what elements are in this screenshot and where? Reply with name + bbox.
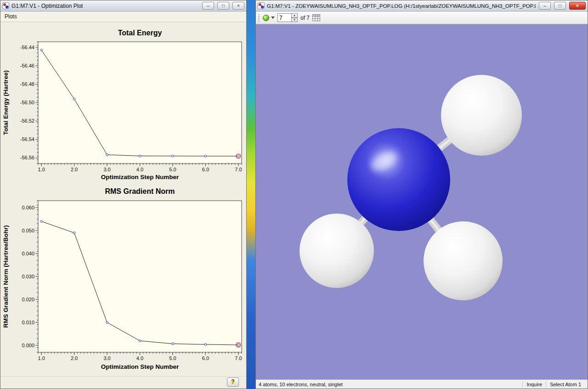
nitrogen-atom[interactable] xyxy=(347,128,450,231)
hydrogen-atom[interactable] xyxy=(441,75,522,156)
active-model-icon[interactable] xyxy=(263,15,269,21)
close-button[interactable]: × xyxy=(569,2,586,10)
svg-text:Optimization Step Number: Optimization Step Number xyxy=(101,174,179,180)
close-button[interactable]: × xyxy=(232,2,244,10)
svg-text:Total Energy (Hartree): Total Energy (Hartree) xyxy=(2,70,9,135)
frame-spinner: ▲ ▼ xyxy=(277,13,298,22)
svg-text:0.030: 0.030 xyxy=(22,274,34,279)
molecule-view-window: G1:M7:V1 - ZOEYWAISUMLUNG_NH3_OPTF_POP.L… xyxy=(255,0,588,389)
svg-text:6.0: 6.0 xyxy=(202,355,209,361)
svg-text:6.0: 6.0 xyxy=(202,167,209,172)
gaussview-icon xyxy=(258,2,265,9)
rms-gradient-norm-chart: 1.02.03.04.05.06.07.00.0000.0100.0200.03… xyxy=(0,184,246,377)
svg-text:0.060: 0.060 xyxy=(22,205,34,210)
left-window-title: G1:M7:V1 - Optimization Plot xyxy=(11,3,199,9)
help-button[interactable]: ? xyxy=(227,378,239,387)
hydrogen-atom[interactable] xyxy=(300,214,374,288)
svg-text:0.050: 0.050 xyxy=(22,228,34,233)
minimize-button[interactable]: – xyxy=(539,2,551,10)
svg-text:-56.44: -56.44 xyxy=(20,45,34,50)
optimization-plot-window: G1:M7:V1 - Optimization Plot – □ × Plots… xyxy=(0,0,247,389)
svg-text:RMS Gradient Norm (Hartree/Boh: RMS Gradient Norm (Hartree/Bohr) xyxy=(2,225,9,328)
svg-text:1.0: 1.0 xyxy=(38,355,45,361)
svg-text:0.040: 0.040 xyxy=(22,251,34,256)
svg-text:3.0: 3.0 xyxy=(103,355,110,361)
svg-text:1.0: 1.0 xyxy=(38,167,45,172)
minimize-button[interactable]: – xyxy=(202,2,214,10)
left-bottombar: ? xyxy=(0,376,246,389)
frame-toolbar: ▲ ▼ of 7 xyxy=(256,11,588,24)
maximize-button[interactable]: □ xyxy=(554,2,566,10)
left-menubar: Plots xyxy=(0,11,246,22)
right-window-title: G1:M7:V1 - ZOEYWAISUMLUNG_NH3_OPTF_POP.L… xyxy=(267,3,536,9)
total-energy-chart: 1.02.03.04.05.06.07.0-56.44-56.46-56.48-… xyxy=(0,23,246,184)
svg-text:5.0: 5.0 xyxy=(169,355,176,361)
chevron-down-icon[interactable] xyxy=(271,17,275,19)
svg-text:-56.54: -56.54 xyxy=(20,136,34,142)
svg-text:3.0: 3.0 xyxy=(103,167,110,172)
select-atom-label: Select Atom 1 xyxy=(546,382,585,387)
frame-count-label: of 7 xyxy=(300,15,310,21)
right-titlebar[interactable]: G1:M7:V1 - ZOEYWAISUMLUNG_NH3_OPTF_POP.L… xyxy=(256,0,588,11)
right-statusbar: 4 atoms, 10 electrons, neutral, singlet … xyxy=(256,379,588,389)
molecule-summary: 4 atoms, 10 electrons, neutral, singlet xyxy=(259,382,343,387)
left-titlebar[interactable]: G1:M7:V1 - Optimization Plot – □ × xyxy=(0,0,246,11)
svg-text:7.0: 7.0 xyxy=(235,355,242,361)
molecule-canvas[interactable] xyxy=(256,24,588,379)
svg-text:RMS Gradient Norm: RMS Gradient Norm xyxy=(105,187,175,195)
svg-text:-56.52: -56.52 xyxy=(20,118,34,124)
svg-text:4.0: 4.0 xyxy=(136,167,143,172)
svg-text:0.000: 0.000 xyxy=(22,343,34,348)
gaussview-icon xyxy=(2,2,9,9)
maximize-button[interactable]: □ xyxy=(217,2,229,10)
chart-svg: 1.02.03.04.05.06.07.0-56.44-56.46-56.48-… xyxy=(0,23,246,184)
menu-plots[interactable]: Plots xyxy=(0,12,21,21)
svg-text:-56.56: -56.56 xyxy=(20,155,34,160)
desktop: { "left_window": { "title": "G1:M7:V1 - … xyxy=(0,0,588,389)
svg-text:0.010: 0.010 xyxy=(22,320,34,325)
chart-svg: 1.02.03.04.05.06.07.00.0000.0100.0200.03… xyxy=(0,184,246,377)
svg-text:Total Energy: Total Energy xyxy=(118,29,162,37)
frame-number-input[interactable] xyxy=(277,13,291,22)
desktop-wallpaper-strip xyxy=(247,0,255,389)
toolbar-grip-handle[interactable] xyxy=(258,14,260,22)
svg-text:7.0: 7.0 xyxy=(235,167,242,172)
svg-text:4.0: 4.0 xyxy=(136,355,143,361)
svg-text:-56.48: -56.48 xyxy=(20,81,34,87)
inquire-mode-label: Inquire xyxy=(522,382,546,387)
svg-text:-56.46: -56.46 xyxy=(20,63,34,68)
svg-text:5.0: 5.0 xyxy=(169,167,176,172)
svg-text:Optimization Step Number: Optimization Step Number xyxy=(101,363,179,370)
svg-text:-56.50: -56.50 xyxy=(20,100,34,105)
svg-text:2.0: 2.0 xyxy=(71,355,78,361)
svg-text:0.020: 0.020 xyxy=(22,297,34,302)
hydrogen-atom[interactable] xyxy=(424,221,503,300)
svg-text:2.0: 2.0 xyxy=(71,167,78,172)
spin-down-button[interactable]: ▼ xyxy=(291,18,298,23)
spin-up-button[interactable]: ▲ xyxy=(291,13,298,18)
table-icon[interactable] xyxy=(312,14,320,21)
molecule-svg xyxy=(256,24,588,379)
